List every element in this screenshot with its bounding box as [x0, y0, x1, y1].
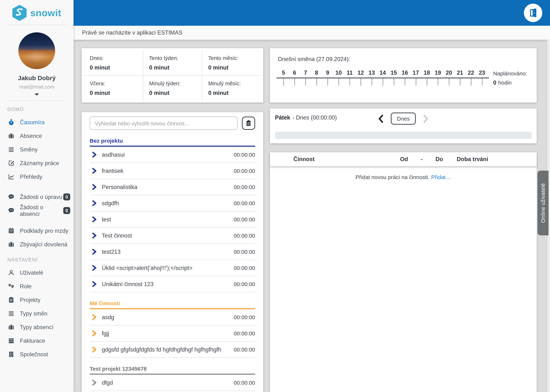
stat-cell-tento-tyden: Tento týden: 0 minut [143, 50, 202, 76]
activity-row[interactable]: test213 00:00:00 [90, 244, 255, 260]
previous-day-button[interactable] [378, 114, 384, 123]
activity-name: Test činnost [102, 232, 231, 239]
chevron-right-icon[interactable] [92, 168, 97, 174]
chevron-right-icon[interactable] [92, 200, 97, 206]
logout-button[interactable] [524, 4, 542, 22]
chevron-right-icon[interactable] [92, 265, 97, 271]
stat-cell-minuly-mesic: Minulý měsíc: 0 minut [202, 76, 261, 100]
hour-tick-label: 19 [432, 70, 443, 76]
chart-line-icon [7, 173, 15, 180]
shift-title: Dnešní směna (27.09.2024): [278, 56, 529, 63]
activity-row[interactable]: asdhasui 00:00:00 [90, 147, 255, 163]
activity-row[interactable]: dfgd 00:00:00 [90, 375, 255, 391]
activity-list-button[interactable] [242, 117, 255, 130]
hour-tick-label: 20 [443, 70, 454, 76]
sidebar-item-zadosti-o-upravu[interactable]: Žádosti o úpravu 0 [0, 190, 74, 204]
sidebar-item-label: Podklady pro mzdy [20, 227, 68, 234]
shift-hour-labels: 5 6 7 8 9 10 11 12 13 14 15 16 17 18 19 … [278, 70, 489, 76]
divider [7, 25, 67, 25]
empty-table-message: Přidat novou práci na činnosti.Přidat… [270, 174, 537, 180]
chevron-right-icon[interactable] [92, 330, 97, 336]
empty-text: Přidat novou práci na činnosti. [355, 174, 429, 180]
chevron-right-icon[interactable] [92, 314, 97, 320]
activity-time: 00:00:00 [234, 200, 255, 206]
activity-row[interactable]: Test činnost 00:00:00 [90, 228, 255, 244]
sidebar-item-zbyvajici-dovolena[interactable]: Zbývající dovolená [0, 238, 74, 251]
chevron-right-icon[interactable] [92, 281, 97, 287]
user-email: mail@mail.com [0, 84, 74, 90]
activity-name: fgjj [102, 330, 231, 337]
sidebar-item-absence[interactable]: Absence [0, 129, 74, 143]
hour-tick-label: 16 [399, 70, 410, 76]
sidebar-item-label: Zbývající dovolená [20, 241, 68, 248]
sidebar-item-uzivatele[interactable]: Uživatelé [0, 266, 74, 280]
avatar[interactable] [18, 32, 55, 69]
hour-tick-label: 11 [344, 70, 355, 76]
today-button[interactable]: Dnes [391, 112, 416, 125]
sidebar-item-role[interactable]: Role [0, 280, 74, 293]
hour-tick-label: 12 [355, 70, 366, 76]
sidebar-item-label: Uživatelé [20, 269, 43, 276]
activity-row[interactable]: Personalistika 00:00:00 [90, 179, 255, 195]
time-summary-card: Dnes: 0 minut Tento týden: 0 minut Tento… [82, 48, 263, 103]
activity-time: 00:00:00 [234, 265, 255, 271]
chevron-right-icon[interactable] [92, 346, 97, 353]
sidebar-item-casomira[interactable]: Časomíra [0, 115, 74, 129]
activity-row[interactable]: gdgsfd gfgfsdgfdgfds fd hgfdhgfdhgf hgfh… [90, 342, 255, 358]
sidebar-item-zadosti-o-absenci[interactable]: Žádosti o absenci 0 [0, 204, 74, 217]
hour-tick-label: 13 [366, 70, 377, 76]
sidebar-item-smeny[interactable]: Směny [0, 143, 74, 156]
next-day-button[interactable] [422, 114, 429, 123]
chevron-right-icon[interactable] [92, 379, 97, 386]
activity-row[interactable]: dh 00:00:00 [90, 391, 255, 392]
sidebar-item-podklady-pro-mzdy[interactable]: Podklady pro mzdy [0, 224, 74, 238]
sidebar-item-spolecnost[interactable]: Společnost [0, 348, 74, 361]
stat-label: Tento měsíc: [208, 55, 261, 61]
briefcase-icon [7, 323, 15, 331]
building-icon [7, 351, 15, 358]
activity-row[interactable]: frantisek 00:00:00 [90, 163, 255, 179]
activity-row[interactable]: sdgdfh 00:00:00 [90, 195, 255, 211]
top-bar [74, 0, 550, 26]
chevron-right-icon[interactable] [92, 152, 97, 158]
add-work-link[interactable]: Přidat… [431, 174, 451, 180]
sidebar-item-prehledy[interactable]: Přehledy [0, 170, 74, 183]
hour-tick-label: 6 [289, 70, 300, 76]
activity-row[interactable]: Unikátní činnost 123 00:00:00 [90, 276, 255, 292]
activity-row[interactable]: test 00:00:00 [90, 211, 255, 228]
activity-group-me-cinnosti: Mé činnosti asdg 00:00:00 fgjj 00:00:00 … [90, 300, 255, 358]
sidebar-item-label: Projekty [20, 297, 41, 303]
activity-time: 00:00:00 [234, 249, 255, 255]
sidebar-item-typy-absenci[interactable]: Typy absencí [0, 320, 74, 334]
stat-cell-dnes: Dnes: 0 minut [84, 50, 143, 76]
sidebar-item-label: Záznamy práce [20, 160, 59, 166]
sidebar-item-projekty[interactable]: Projekty [0, 293, 74, 307]
hour-tick-label: 10 [333, 70, 344, 76]
activity-time: 00:00:00 [234, 379, 255, 386]
chevron-right-icon[interactable] [92, 232, 97, 239]
activity-search-input[interactable] [90, 117, 237, 130]
brand[interactable]: snowit [0, 0, 74, 25]
planned-hours: Naplánováno: 0hodin [493, 70, 529, 86]
activity-name: dfgd [102, 379, 231, 386]
activity-row[interactable]: fgjj 00:00:00 [90, 325, 255, 342]
activity-search-row [90, 117, 255, 130]
sidebar-item-label: Fakturace [20, 337, 45, 344]
shift-ruler: 5 6 7 8 9 10 11 12 13 14 15 16 17 18 19 … [278, 70, 489, 86]
sidebar-item-typy-smen[interactable]: Typy směn [0, 307, 74, 320]
list-lines-icon [7, 310, 15, 317]
user-menu-caret-icon[interactable] [35, 93, 39, 96]
comment-icon [7, 193, 15, 201]
sidebar-item-zaznamy-prace[interactable]: Záznamy práce [0, 156, 74, 170]
sidebar-nav-domu: Časomíra Absence Směny Záznamy práce [0, 115, 74, 251]
activity-row[interactable]: Úklid <script>alert('ahoj!!!');</script>… [90, 260, 255, 276]
chevron-right-icon[interactable] [92, 249, 97, 255]
snowit-logo-icon [12, 5, 27, 21]
sidebar-item-fakturace[interactable]: Fakturace [0, 334, 74, 348]
breadcrumb-text: Právě se nacházíte v aplikaci ESTIMAS [82, 29, 182, 36]
chevron-right-icon[interactable] [92, 216, 97, 223]
hour-tick-label: 23 [476, 70, 487, 76]
online-users-tab[interactable]: Online uživatelé [537, 171, 549, 235]
activity-row[interactable]: asdg 00:00:00 [90, 309, 255, 325]
chevron-right-icon[interactable] [92, 184, 97, 190]
